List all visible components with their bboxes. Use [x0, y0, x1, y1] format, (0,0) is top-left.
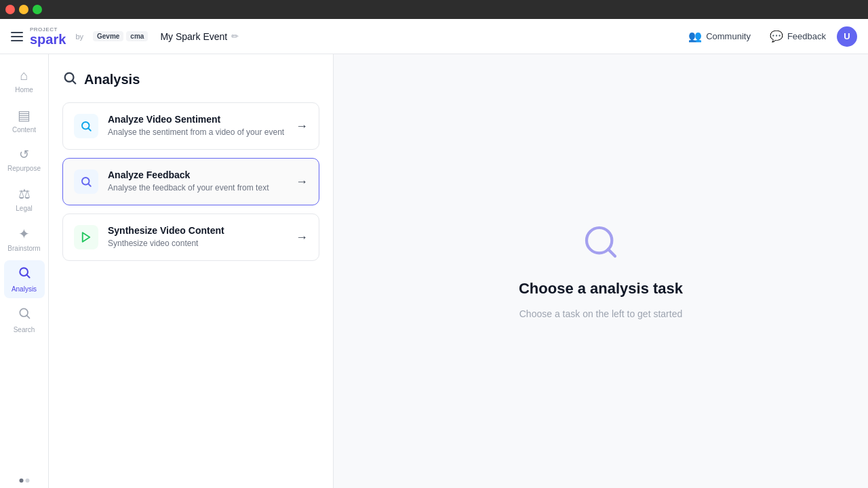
empty-state-title: Choose a analysis task — [519, 280, 683, 298]
svg-line-1 — [26, 275, 29, 278]
sidebar-brainstorm-label: Brainstorm — [7, 245, 40, 252]
svg-line-7 — [88, 128, 90, 130]
task-card-analyze-feedback[interactable]: Analyze Feedback Analyse the feedback of… — [62, 158, 319, 205]
task-arrow-video-sentiment: → — [296, 119, 308, 134]
sidebar-home-label: Home — [15, 86, 33, 94]
task-icon-synthesize-video — [74, 225, 98, 249]
sidebar-item-legal[interactable]: ⚖ Legal — [4, 180, 45, 218]
sidebar-legal-label: Legal — [16, 205, 32, 212]
os-taskbar — [0, 0, 868, 19]
task-title-analyze-feedback: Analyze Feedback — [108, 169, 286, 180]
header-right: 👥 Community 💬 Feedback U — [680, 26, 857, 47]
feedback-label: Feedback — [787, 31, 826, 41]
community-button[interactable]: 👥 Community — [680, 26, 759, 47]
task-content-synthesize-video: Synthesize Video Content Synthesize vide… — [108, 225, 286, 249]
event-title-text: My Spark Event — [160, 31, 227, 42]
sidebar-content-label: Content — [12, 126, 36, 134]
sidebar-item-search[interactable]: Search — [4, 301, 45, 339]
task-card-video-sentiment[interactable]: Analyze Video Sentiment Analyse the sent… — [62, 102, 319, 150]
logo-spark: PROJECT spark — [30, 27, 66, 46]
task-content-analyze-feedback: Analyze Feedback Analyse the feedback of… — [108, 169, 286, 194]
edit-event-icon[interactable]: ✏ — [231, 31, 239, 41]
left-panel: Analysis Analyze Video Sentiment Analyse… — [49, 54, 334, 488]
partner-logos: Gevme cma — [93, 31, 148, 41]
panel-title: Analysis — [84, 72, 140, 87]
content-area: Analysis Analyze Video Sentiment Analyse… — [49, 54, 868, 488]
svg-marker-10 — [83, 232, 90, 242]
search-icon — [18, 306, 31, 323]
svg-line-5 — [73, 81, 75, 83]
sidebar-search-label: Search — [14, 326, 35, 333]
legal-icon: ⚖ — [18, 186, 31, 202]
sidebar-item-analysis[interactable]: Analysis — [4, 260, 45, 298]
task-desc-synthesize-video: Synthesize video content — [108, 238, 286, 249]
svg-line-3 — [26, 316, 29, 319]
app-header: PROJECT spark by Gevme cma My Spark Even… — [0, 19, 868, 54]
task-content-video-sentiment: Analyze Video Sentiment Analyse the sent… — [108, 114, 286, 138]
task-icon-video-sentiment — [74, 114, 98, 138]
header-left: PROJECT spark by Gevme cma My Spark Even… — [11, 27, 672, 46]
community-label: Community — [706, 31, 751, 41]
analysis-icon — [18, 266, 31, 283]
svg-line-9 — [88, 184, 90, 186]
sidebar-item-home[interactable]: ⌂ Home — [4, 62, 45, 99]
brainstorm-icon: ✦ — [18, 226, 30, 242]
by-label: by — [75, 33, 83, 41]
logo-area: PROJECT spark — [30, 27, 66, 46]
partner-cma: cma — [126, 31, 148, 41]
empty-state-icon — [582, 223, 620, 269]
home-icon: ⌂ — [20, 68, 28, 83]
task-card-synthesize-video[interactable]: Synthesize Video Content Synthesize vide… — [62, 214, 319, 261]
panel-search-icon — [62, 70, 77, 89]
sidebar-analysis-label: Analysis — [12, 285, 37, 293]
partner-gevme: Gevme — [93, 31, 123, 41]
sidebar-item-repurpose[interactable]: ↺ Repurpose — [4, 142, 45, 178]
task-title-video-sentiment: Analyze Video Sentiment — [108, 114, 286, 125]
logo-name-text: spark — [30, 33, 66, 46]
panel-header: Analysis — [62, 70, 319, 89]
right-panel: Choose a analysis task Choose a task on … — [334, 54, 868, 488]
task-arrow-synthesize-video: → — [296, 230, 308, 245]
avatar-text: U — [844, 31, 850, 41]
svg-point-2 — [20, 308, 28, 317]
feedback-icon: 💬 — [770, 30, 783, 43]
event-title: My Spark Event ✏ — [160, 31, 239, 42]
hamburger-menu-button[interactable] — [11, 32, 23, 41]
task-desc-analyze-feedback: Analyse the feedback of your event from … — [108, 182, 286, 194]
sidebar-scrollbar — [19, 479, 29, 483]
task-icon-analyze-feedback — [74, 169, 98, 194]
taskbar-dot-red — [5, 5, 15, 14]
taskbar-dot-yellow — [19, 5, 28, 14]
task-title-synthesize-video: Synthesize Video Content — [108, 225, 286, 236]
svg-line-12 — [608, 249, 615, 256]
user-avatar[interactable]: U — [837, 26, 857, 47]
task-desc-video-sentiment: Analyse the sentiment from a video of yo… — [108, 127, 286, 138]
scroll-dot-2 — [25, 479, 29, 483]
scroll-dot-1 — [19, 479, 23, 483]
sidebar-item-brainstorm[interactable]: ✦ Brainstorm — [4, 220, 45, 258]
sidebar-repurpose-label: Repurpose — [7, 165, 41, 172]
repurpose-icon: ↺ — [19, 147, 29, 162]
community-icon: 👥 — [688, 30, 702, 43]
main-layout: ⌂ Home ▤ Content ↺ Repurpose ⚖ Legal ✦ B… — [0, 54, 868, 488]
taskbar-dot-green — [33, 5, 42, 14]
sidebar: ⌂ Home ▤ Content ↺ Repurpose ⚖ Legal ✦ B… — [0, 54, 49, 488]
task-arrow-analyze-feedback: → — [296, 175, 308, 189]
feedback-button[interactable]: 💬 Feedback — [762, 26, 834, 47]
empty-state-subtitle: Choose a task on the left to get started — [519, 308, 682, 319]
content-icon: ▤ — [18, 107, 31, 123]
sidebar-item-content[interactable]: ▤ Content — [4, 102, 45, 139]
